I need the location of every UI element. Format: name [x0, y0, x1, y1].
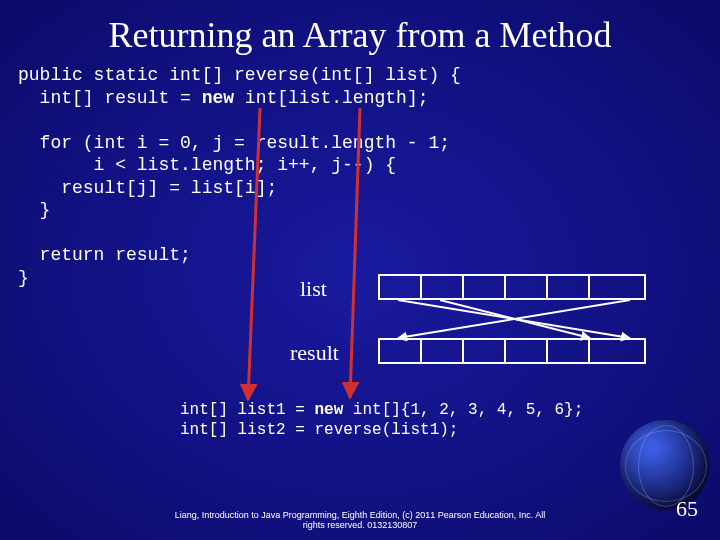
code-line-7: return result;	[18, 245, 191, 265]
code-line-6: }	[18, 200, 50, 220]
result-cell	[546, 338, 590, 364]
footer-line-2: rights reserved. 0132130807	[303, 520, 418, 530]
code-line-2c: int[list.length];	[234, 88, 428, 108]
result-array	[378, 338, 646, 364]
list-cell	[378, 274, 422, 300]
list-cell	[546, 274, 590, 300]
code-line-5: result[j] = list[i];	[18, 178, 277, 198]
list-cell	[420, 274, 464, 300]
list-cell	[504, 274, 548, 300]
slide: Returning an Array from a Method public …	[0, 0, 720, 540]
keyword-new-1: new	[202, 88, 234, 108]
result-cell	[588, 338, 646, 364]
result-cell	[462, 338, 506, 364]
code-line-8: }	[18, 268, 29, 288]
footer: Liang, Introduction to Java Programming,…	[0, 510, 720, 530]
code-line-2a: int[] result =	[18, 88, 202, 108]
result-cell	[420, 338, 464, 364]
footer-line-1: Liang, Introduction to Java Programming,…	[175, 510, 546, 520]
code-line-3: for (int i = 0, j = result.length - 1;	[18, 133, 450, 153]
list-label: list	[300, 276, 327, 302]
subcode-1c: int[]{1, 2, 3, 4, 5, 6};	[343, 401, 583, 419]
page-number: 65	[676, 496, 698, 522]
code-line-4: i < list.length; i++, j--) {	[18, 155, 396, 175]
slide-title: Returning an Array from a Method	[0, 0, 720, 56]
svg-line-4	[398, 300, 630, 338]
subcode-1a: int[] list1 =	[180, 401, 314, 419]
code-line-1: public static int[] reverse(int[] list) …	[18, 65, 461, 85]
subcode-2: int[] list2 = reverse(list1);	[180, 421, 458, 439]
list-cell	[462, 274, 506, 300]
list-array	[378, 274, 646, 300]
list-cell	[588, 274, 646, 300]
code-block: public static int[] reverse(int[] list) …	[0, 56, 720, 289]
svg-line-2	[398, 300, 630, 338]
svg-line-3	[440, 300, 590, 338]
subcode-block: int[] list1 = new int[]{1, 2, 3, 4, 5, 6…	[180, 400, 583, 440]
result-cell	[378, 338, 422, 364]
keyword-new-2: new	[314, 401, 343, 419]
result-label: result	[290, 340, 339, 366]
result-cell	[504, 338, 548, 364]
